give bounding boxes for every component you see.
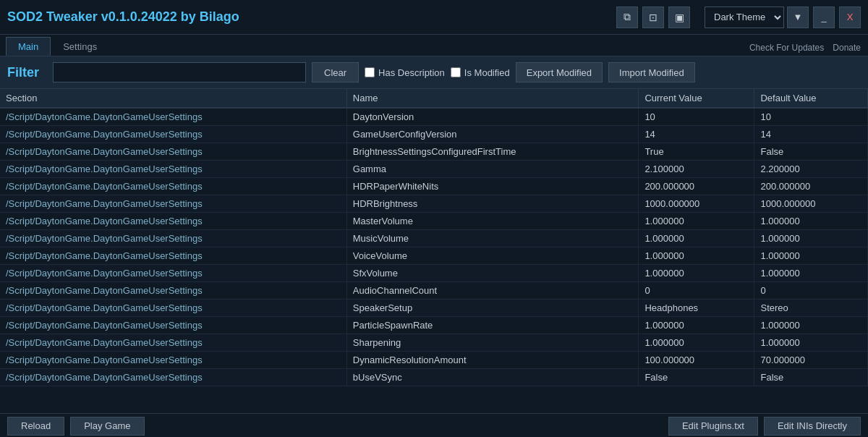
filter-input[interactable] <box>53 62 306 82</box>
table-body: /Script/DaytonGame.DaytonGameUserSetting… <box>0 108 868 386</box>
table-cell-col1: BrightnessSettingsConfiguredFirstTime <box>346 143 639 161</box>
copy-icon[interactable]: ⧉ <box>616 7 638 28</box>
table-cell-col3: 1.000000 <box>754 247 868 265</box>
table-cell-col3: 10 <box>754 108 868 126</box>
table-cell-col1: VoiceVolume <box>346 247 639 265</box>
tab-settings[interactable]: Settings <box>51 37 109 56</box>
table-cell-col2: 1000.000000 <box>639 195 754 213</box>
table-cell-col2: 1.000000 <box>639 247 754 265</box>
table-container[interactable]: Section Name Current Value Default Value… <box>0 89 868 413</box>
table-cell-col1: HDRBrightness <box>346 195 639 213</box>
table-cell-col1: MasterVolume <box>346 213 639 230</box>
monitor-icon[interactable]: ⊡ <box>642 7 664 28</box>
table-cell-col1: DynamicResolutionAmount <box>346 352 639 369</box>
bottom-right: Edit Plugins.txt Edit INIs Directly <box>668 417 861 436</box>
table-cell-col0: /Script/DaytonGame.DaytonGameUserSetting… <box>0 178 346 195</box>
table-row[interactable]: /Script/DaytonGame.DaytonGameUserSetting… <box>0 143 868 161</box>
clear-button[interactable]: Clear <box>312 62 359 82</box>
table-cell-col2: 10 <box>639 108 754 126</box>
minimize-button[interactable]: _ <box>813 7 835 28</box>
table-row[interactable]: /Script/DaytonGame.DaytonGameUserSetting… <box>0 300 868 317</box>
screen-icon[interactable]: ▣ <box>668 7 690 28</box>
table-row[interactable]: /Script/DaytonGame.DaytonGameUserSetting… <box>0 265 868 282</box>
table-cell-col3: 0 <box>754 282 868 300</box>
table-cell-col3: 200.000000 <box>754 178 868 195</box>
export-modified-button[interactable]: Export Modified <box>516 62 603 82</box>
table-row[interactable]: /Script/DaytonGame.DaytonGameUserSetting… <box>0 195 868 213</box>
table-row[interactable]: /Script/DaytonGame.DaytonGameUserSetting… <box>0 161 868 178</box>
table-cell-col1: Sharpening <box>346 334 639 352</box>
table-cell-col2: 2.100000 <box>639 161 754 178</box>
close-button[interactable]: X <box>839 7 861 28</box>
has-description-group: Has Description <box>365 67 445 78</box>
table-cell-col1: AudioChannelCount <box>346 282 639 300</box>
table-cell-col3: 1000.000000 <box>754 195 868 213</box>
table-cell-col1: GameUserConfigVersion <box>346 126 639 143</box>
table-cell-col3: 1.000000 <box>754 265 868 282</box>
table-row[interactable]: /Script/DaytonGame.DaytonGameUserSetting… <box>0 126 868 143</box>
table-cell-col0: /Script/DaytonGame.DaytonGameUserSetting… <box>0 195 346 213</box>
table-cell-col3: False <box>754 369 868 386</box>
table-cell-col0: /Script/DaytonGame.DaytonGameUserSetting… <box>0 161 346 178</box>
table-cell-col3: 1.000000 <box>754 334 868 352</box>
table-cell-col1: SfxVolume <box>346 265 639 282</box>
table-row[interactable]: /Script/DaytonGame.DaytonGameUserSetting… <box>0 247 868 265</box>
table-row[interactable]: /Script/DaytonGame.DaytonGameUserSetting… <box>0 352 868 369</box>
play-game-button[interactable]: Play Game <box>70 417 144 436</box>
tabbar: Main Settings Check For Updates Donate <box>0 35 868 56</box>
filterbar: Filter Clear Has Description Is Modified… <box>0 56 868 89</box>
table-cell-col3: 1.000000 <box>754 230 868 247</box>
theme-select[interactable]: Dark Theme <box>705 7 784 28</box>
table-cell-col2: False <box>639 369 754 386</box>
table-cell-col1: SpeakerSetup <box>346 300 639 317</box>
donate-link[interactable]: Donate <box>833 43 861 53</box>
table-cell-col3: False <box>754 143 868 161</box>
table-cell-col3: 1.000000 <box>754 317 868 334</box>
table-cell-col0: /Script/DaytonGame.DaytonGameUserSetting… <box>0 317 346 334</box>
table-header: Section Name Current Value Default Value <box>0 89 868 108</box>
table-row[interactable]: /Script/DaytonGame.DaytonGameUserSetting… <box>0 334 868 352</box>
bottombar: Reload Play Game Edit Plugins.txt Edit I… <box>0 413 868 437</box>
table-cell-col2: 200.000000 <box>639 178 754 195</box>
toolbar-icons: ⧉ ⊡ ▣ <box>616 7 690 28</box>
table-row[interactable]: /Script/DaytonGame.DaytonGameUserSetting… <box>0 178 868 195</box>
table-cell-col2: 1.000000 <box>639 230 754 247</box>
table-cell-col1: ParticleSpawnRate <box>346 317 639 334</box>
table-cell-col2: 1.000000 <box>639 265 754 282</box>
table-cell-col2: 1.000000 <box>639 213 754 230</box>
edit-plugins-button[interactable]: Edit Plugins.txt <box>668 417 758 436</box>
reload-button[interactable]: Reload <box>7 417 64 436</box>
tab-main[interactable]: Main <box>6 37 51 56</box>
col-section: Section <box>0 89 346 108</box>
theme-dropdown-icon[interactable]: ▼ <box>787 7 809 28</box>
table-cell-col3: 2.200000 <box>754 161 868 178</box>
import-modified-button[interactable]: Import Modified <box>608 62 695 82</box>
table-row[interactable]: /Script/DaytonGame.DaytonGameUserSetting… <box>0 108 868 126</box>
table-cell-col0: /Script/DaytonGame.DaytonGameUserSetting… <box>0 247 346 265</box>
col-name: Name <box>346 89 639 108</box>
is-modified-group: Is Modified <box>451 67 510 78</box>
table-row[interactable]: /Script/DaytonGame.DaytonGameUserSetting… <box>0 317 868 334</box>
table-cell-col1: MusicVolume <box>346 230 639 247</box>
col-default-value: Default Value <box>754 89 868 108</box>
table-cell-col1: HDRPaperWhiteNits <box>346 178 639 195</box>
table-cell-col2: True <box>639 143 754 161</box>
table-row[interactable]: /Script/DaytonGame.DaytonGameUserSetting… <box>0 282 868 300</box>
is-modified-checkbox[interactable] <box>451 67 461 77</box>
table-cell-col2: 0 <box>639 282 754 300</box>
table-cell-col0: /Script/DaytonGame.DaytonGameUserSetting… <box>0 265 346 282</box>
table-row[interactable]: /Script/DaytonGame.DaytonGameUserSetting… <box>0 230 868 247</box>
has-description-label[interactable]: Has Description <box>378 67 445 78</box>
table-cell-col0: /Script/DaytonGame.DaytonGameUserSetting… <box>0 143 346 161</box>
edit-inis-button[interactable]: Edit INIs Directly <box>764 417 861 436</box>
toplinks: Check For Updates Donate <box>749 43 868 56</box>
table-cell-col3: 1.000000 <box>754 213 868 230</box>
is-modified-label[interactable]: Is Modified <box>464 67 510 78</box>
has-description-checkbox[interactable] <box>365 67 375 77</box>
table-row[interactable]: /Script/DaytonGame.DaytonGameUserSetting… <box>0 369 868 386</box>
app-title: SOD2 Tweaker v0.1.0.24022 by Bilago <box>7 9 616 25</box>
table-cell-col0: /Script/DaytonGame.DaytonGameUserSetting… <box>0 230 346 247</box>
table-cell-col3: Stereo <box>754 300 868 317</box>
check-updates-link[interactable]: Check For Updates <box>749 43 824 53</box>
table-row[interactable]: /Script/DaytonGame.DaytonGameUserSetting… <box>0 213 868 230</box>
